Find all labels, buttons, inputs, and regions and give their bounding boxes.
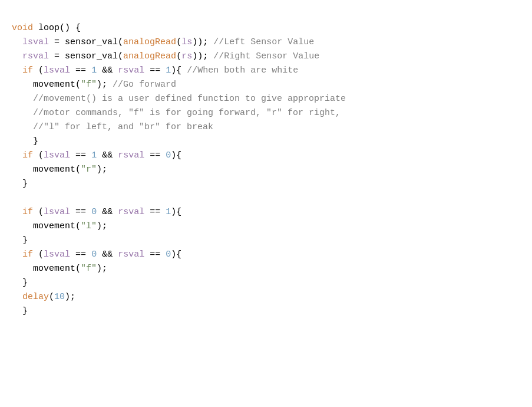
line-2: lsval = sensor_val(analogRead(ls)); //Le… [12,37,314,47]
line-14: if (lsval == 0 && rsval == 1){ [12,207,181,217]
line-21: } [12,306,28,316]
line-6: //movement() is a user defined function … [12,94,346,104]
line-12: } [12,179,28,189]
line-7: //motor commands, "f" is for going forwa… [12,108,341,118]
line-9: } [12,136,38,146]
line-10: if (lsval == 1 && rsval == 0){ [12,150,181,160]
code-block: void loop() { lsval = sensor_val(analogR… [12,7,520,333]
code-container: void loop() { lsval = sensor_val(analogR… [0,0,532,407]
line-16: } [12,235,28,245]
line-15: movement("l"); [12,221,107,231]
line-3: rsval = sensor_val(analogRead(rs)); //Ri… [12,51,319,61]
line-17: if (lsval == 0 && rsval == 0){ [12,250,181,260]
line-5: movement("f"); //Go forward [12,80,176,90]
line-20: delay(10); [12,292,75,302]
line-1: void loop() { [12,23,81,33]
line-8: //"l" for left, and "br" for break [12,122,213,132]
line-11: movement("r"); [12,165,107,175]
line-19: } [12,278,28,288]
line-18: movement("f"); [12,264,107,274]
line-4: if (lsval == 1 && rsval == 1){ //When bo… [12,65,298,76]
